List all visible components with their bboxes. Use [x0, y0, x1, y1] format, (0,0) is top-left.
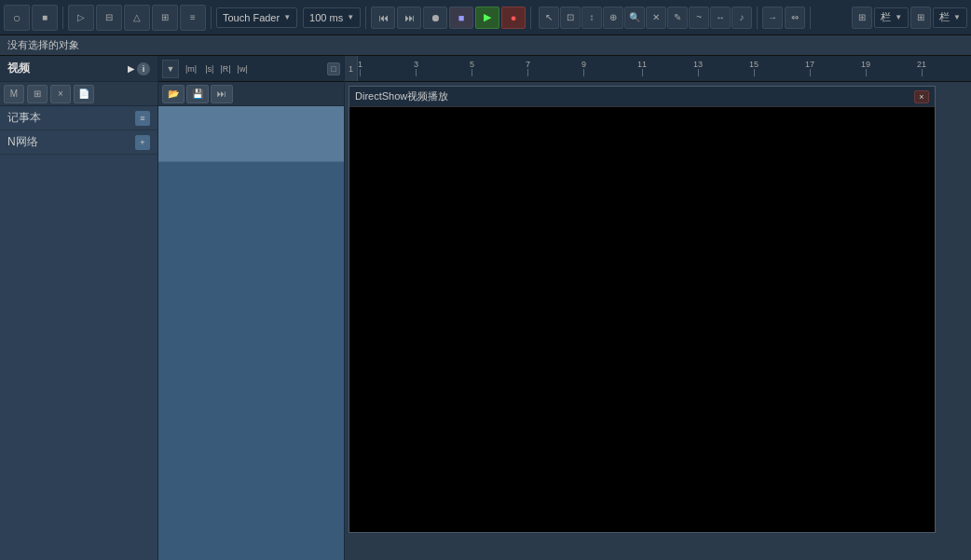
track-save-btn[interactable]: 💾 [186, 85, 209, 103]
ruler-tick-19: 19 [861, 56, 870, 76]
tick-label: 9 [581, 60, 586, 69]
stretch-tool[interactable]: ↔ [710, 7, 731, 29]
snap-grid-btn[interactable]: ⊞ [852, 7, 872, 29]
track-skip-btn[interactable]: ⏭ [211, 85, 233, 103]
track-header-isl: |s| [205, 64, 213, 74]
panel-btn-x[interactable]: × [50, 85, 71, 103]
grid-type-dropdown[interactable]: 栏 ▼ [933, 7, 967, 28]
filter-icon: ⊟ [105, 12, 113, 22]
network-label: N网络 [7, 134, 38, 150]
video-close-btn[interactable]: × [914, 90, 929, 103]
snap-type-dropdown[interactable]: 栏 ▼ [874, 7, 909, 28]
toolbar-btn-1[interactable]: ○ [4, 5, 30, 31]
list-icon: ≡ [190, 12, 196, 22]
zoom-tool[interactable]: 🔍 [624, 7, 645, 29]
toolbar-btn-7[interactable]: ≡ [180, 5, 206, 31]
open-icon: 📂 [168, 89, 179, 99]
time-value-dropdown[interactable]: 100 ms ▼ [303, 7, 361, 28]
track-open-btn[interactable]: 📂 [162, 85, 185, 103]
separator-2 [211, 7, 212, 29]
ruler-tick-9: 9 [581, 56, 586, 76]
m-icon: M [10, 89, 18, 99]
grid-type-btn[interactable]: ⊞ [910, 7, 931, 29]
video-window: DirectShow视频播放 × [349, 86, 936, 533]
ruler-tick-21: 21 [917, 56, 926, 76]
grid-type-label: 栏 [939, 10, 950, 24]
touch-fader-dropdown[interactable]: Touch Fader ▼ [216, 7, 297, 28]
section-settings-btn[interactable]: i [137, 62, 150, 75]
network-right: + [135, 135, 150, 150]
main-area: 视频 ▶ i M ⊞ × 📄 记事本 ≡ [0, 56, 971, 560]
toolbar-btn-4[interactable]: ⊟ [96, 5, 122, 31]
track-content [158, 106, 344, 560]
panel-toolbar: M ⊞ × 📄 [0, 82, 157, 106]
double-arrow-tool[interactable]: ⇔ [785, 7, 805, 29]
curve-tool[interactable]: ~ [689, 7, 709, 29]
track-menu-btn[interactable]: ▼ [162, 60, 179, 78]
notepad-label: 记事本 [7, 110, 41, 126]
mute-icon: ✕ [652, 12, 660, 22]
tick-line [583, 69, 584, 76]
select-icon: ↖ [545, 12, 553, 22]
range-icon: ⊡ [567, 12, 574, 22]
grid-type-icon: ⊞ [917, 12, 924, 22]
video-titlebar: DirectShow视频播放 × [349, 87, 935, 107]
transport-prev[interactable]: ⏮ [371, 7, 395, 29]
audio-tool[interactable]: ♪ [732, 7, 752, 29]
panel-item-network[interactable]: N网络 + [0, 130, 157, 155]
range-tool[interactable]: ⊡ [560, 7, 581, 29]
record-mode-icon: ⏺ [431, 12, 441, 23]
touch-fader-label: Touch Fader [223, 12, 280, 23]
tick-label: 5 [470, 60, 474, 69]
tick-line [922, 69, 923, 76]
select-tool[interactable]: ↖ [539, 7, 559, 29]
ruler-tick-7: 7 [526, 56, 530, 76]
stop-icon: ■ [458, 12, 465, 23]
panel-btn-m[interactable]: M [4, 85, 24, 103]
section-arrow: ▶ [128, 64, 134, 74]
tick-line [754, 69, 755, 76]
erase-tool[interactable]: ⊕ [603, 7, 623, 29]
mute-tool[interactable]: ✕ [646, 7, 666, 29]
tool-group: ↖ ⊡ ↕ ⊕ 🔍 ✕ ✎ ~ ↔ ♪ [539, 7, 752, 29]
draw-tool[interactable]: ✎ [667, 7, 688, 29]
tick-line [866, 69, 867, 76]
toolbar-btn-3[interactable]: ▷ [68, 5, 94, 31]
panel-btn-doc[interactable]: 📄 [74, 85, 94, 103]
toolbar-btn-2[interactable]: ■ [32, 5, 58, 31]
ruler-start-marker[interactable]: 1 [345, 56, 358, 82]
grid-icon: ⊞ [161, 12, 169, 22]
video-section-label: 视频 [7, 61, 30, 76]
transport-record-mode[interactable]: ⏺ [423, 7, 447, 29]
track-header-iwl: |w| [238, 64, 248, 74]
tick-label: 1 [358, 60, 362, 69]
tick-label: 11 [637, 60, 647, 69]
transport-next[interactable]: ⏭ [397, 7, 421, 29]
transport-record[interactable]: ● [501, 7, 526, 29]
cursor-icon: ▷ [77, 12, 85, 22]
toolbar-btn-5[interactable]: △ [124, 5, 150, 31]
time-dropdown-arrow: ▼ [347, 13, 354, 21]
toolbar-btn-6[interactable]: ⊞ [152, 5, 178, 31]
split-tool[interactable]: ↕ [581, 7, 602, 29]
notepad-right: ≡ [135, 111, 150, 126]
tick-label: 17 [805, 60, 814, 69]
track-area: ▼ |m| |s| |R| |w| □ 📂 💾 ⏭ [158, 56, 345, 560]
track-header-settings[interactable]: □ [327, 62, 340, 75]
panel-btn-grid[interactable]: ⊞ [27, 85, 48, 103]
arrow-right-tool[interactable]: → [762, 7, 783, 29]
transport-play[interactable]: ▶ [475, 7, 499, 29]
ruler-tick-13: 13 [693, 56, 703, 76]
panel-item-notepad[interactable]: 记事本 ≡ [0, 106, 157, 130]
split-icon: ↕ [590, 12, 595, 22]
track-header-iml: |m| [185, 64, 197, 74]
video-section-header[interactable]: 视频 ▶ i [0, 56, 157, 82]
tick-line [698, 69, 699, 76]
network-icon: + [135, 135, 150, 150]
separator-1 [62, 7, 63, 29]
right-panel: 1 1 3 5 7 9 11 13 15 17 [345, 56, 971, 560]
separator-4 [530, 7, 531, 29]
icon-1: ○ [13, 10, 21, 25]
record-icon: ● [511, 12, 517, 23]
transport-stop[interactable]: ■ [449, 7, 473, 29]
